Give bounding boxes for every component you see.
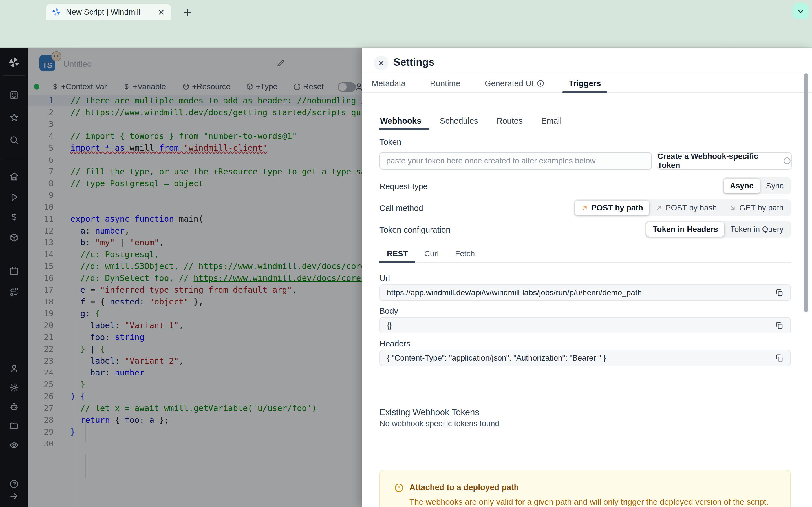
call-method-option-post-by-hash[interactable]: POST by hash <box>649 201 723 215</box>
headers-field[interactable]: { "Content-Type": "application/json", "A… <box>379 350 791 366</box>
code-line-30[interactable]: 30 <box>28 438 362 450</box>
clipboard-icon[interactable] <box>775 321 783 330</box>
cubes-icon <box>9 233 19 243</box>
sidebar-item-workers[interactable] <box>9 402 19 411</box>
tab-generated-ui[interactable]: Generated UI <box>483 74 547 93</box>
call-method-option-post-by-path[interactable]: POST by path <box>575 201 649 215</box>
trigger-tab-schedules[interactable]: Schedules <box>439 113 478 129</box>
add-resource-button[interactable]: +Resource <box>182 79 231 95</box>
request-type-option-async[interactable]: Async <box>724 179 760 193</box>
code-line-7[interactable]: 7// fill the type, or use the +Resource … <box>28 166 362 177</box>
code-line-8[interactable]: 8// type Postgresql = object <box>28 177 362 189</box>
code-line-14[interactable]: 14 //c: Postgresql, <box>28 248 362 260</box>
clipboard-icon[interactable] <box>775 354 783 362</box>
code-line-27[interactable]: 27 // let x = await wmill.getVariable('u… <box>28 402 362 414</box>
token-config-option-token-in-query[interactable]: Token in Query <box>724 222 790 237</box>
sidebar-item-audit-logs[interactable] <box>9 441 19 450</box>
sidebar-item-runs[interactable] <box>9 192 19 202</box>
code-text: //c: Postgresql, <box>70 248 159 260</box>
indent-guide <box>86 454 86 478</box>
add-context-var-label: +Context Var <box>61 82 107 91</box>
star-icon <box>9 113 19 122</box>
code-line-25[interactable]: 25 } <box>28 379 362 390</box>
token-input[interactable] <box>379 152 652 170</box>
add-variable-button[interactable]: +Variable <box>123 79 166 95</box>
tab-search-button[interactable] <box>793 3 809 19</box>
browser-tab[interactable]: New Script | Windmill <box>46 4 171 20</box>
line-number: 1 <box>28 95 54 107</box>
clipboard-icon[interactable] <box>775 288 783 297</box>
request-type-option-sync[interactable]: Sync <box>760 179 790 193</box>
code-line-1[interactable]: 1// there are multiple modes to add as h… <box>28 95 362 107</box>
code-line-24[interactable]: 24 bar: number <box>28 367 362 379</box>
sidebar-item-variables[interactable] <box>9 212 19 222</box>
create-webhook-token-button[interactable]: Create a Webhook-specific Token <box>657 152 792 170</box>
sidebar-item-folders[interactable] <box>9 421 19 431</box>
sidebar-item-favorites[interactable] <box>9 113 19 122</box>
url-field[interactable]: https://app.windmill.dev/api/w/windmill-… <box>379 284 791 301</box>
diff-toggle[interactable] <box>338 82 356 92</box>
code-line-4[interactable]: 4// import { toWords } from "number-to-w… <box>28 130 362 142</box>
tab-triggers[interactable]: Triggers <box>566 74 603 93</box>
tab-runtime[interactable]: Runtime <box>428 74 463 93</box>
code-area[interactable]: 1// there are multiple modes to add as h… <box>28 95 362 507</box>
code-text: // there are multiple modes to add as he… <box>70 95 362 107</box>
close-settings-button[interactable] <box>374 56 389 70</box>
code-line-19[interactable]: 19 g: { <box>28 307 362 320</box>
code-line-17[interactable]: 17 e = "inferred type string from defaul… <box>28 284 362 296</box>
trigger-tab-webhooks[interactable]: Webhooks <box>379 113 422 129</box>
sidebar-item-resources[interactable] <box>9 233 19 243</box>
code-line-23[interactable]: 23 label: "Variant 2", <box>28 355 362 367</box>
code-line-21[interactable]: 21 foo: string <box>28 331 362 343</box>
tab-label: Runtime <box>430 79 460 88</box>
body-field[interactable]: {} <box>379 317 791 334</box>
url-value: https://app.windmill.dev/api/w/windmill-… <box>387 288 775 297</box>
sidebar-item-search[interactable] <box>9 135 19 145</box>
code-line-18[interactable]: 18 f = { nested: "object" }, <box>28 296 362 307</box>
code-line-26[interactable]: 26) { <box>28 390 362 402</box>
edit-name-pencil-icon[interactable] <box>276 59 285 68</box>
code-line-28[interactable]: 28 return { foo: a }; <box>28 414 362 426</box>
code-line-20[interactable]: 20 label: "Variant 1", <box>28 320 362 331</box>
code-line-3[interactable]: 3 <box>28 118 362 130</box>
call-method-option-get-by-path[interactable]: GET by path <box>723 201 790 215</box>
sidebar-item-schedules[interactable] <box>9 266 19 276</box>
add-type-button[interactable]: +Type <box>246 79 277 95</box>
sidebar-item-routes[interactable] <box>9 287 19 297</box>
code-line-6[interactable]: 6 <box>28 154 362 166</box>
code-text: export async function main( <box>70 213 203 225</box>
add-context-var-button[interactable]: +Context Var <box>51 79 107 95</box>
code-line-2[interactable]: 2// https://www.windmill.dev/docs/gettin… <box>28 107 362 118</box>
token-config-option-token-in-headers[interactable]: Token in Headers <box>647 222 724 237</box>
code-line-22[interactable]: 22 } | { <box>28 343 362 355</box>
code-line-5[interactable]: 5import * as wmill from "windmill-client… <box>28 142 362 154</box>
code-line-13[interactable]: 13 b: "my" | "enum", <box>28 237 362 248</box>
line-number: 26 <box>28 390 54 402</box>
sidebar-item-home[interactable] <box>9 172 19 181</box>
code-line-10[interactable]: 10 <box>28 201 362 213</box>
script-name-input[interactable]: Untitled <box>63 59 92 69</box>
code-line-15[interactable]: 15 //d: wmill.S3Object, // https://www.w… <box>28 260 362 272</box>
trigger-tab-email[interactable]: Email <box>541 113 562 129</box>
sidebar-item-users[interactable] <box>9 363 19 373</box>
code-line-9[interactable]: 9 <box>28 189 362 201</box>
trigger-tab-routes[interactable]: Routes <box>496 113 523 129</box>
sidebar-item-workspace[interactable] <box>9 91 19 100</box>
example-tab-fetch[interactable]: Fetch <box>455 245 475 262</box>
sidebar-item-help[interactable] <box>9 479 19 489</box>
code-line-29[interactable]: 29} <box>28 426 362 438</box>
tab-close-icon[interactable] <box>157 8 165 16</box>
code-line-16[interactable]: 16 //d: DynSelect_foo, // https://www.wi… <box>28 272 362 284</box>
sidebar-item-workspace-settings[interactable] <box>9 383 19 392</box>
code-line-11[interactable]: 11export async function main( <box>28 213 362 225</box>
drawer-scrollbar[interactable] <box>804 73 808 312</box>
warning-title: Attached to a deployed path <box>409 483 519 492</box>
code-line-12[interactable]: 12 a: number, <box>28 225 362 237</box>
windmill-logo-icon[interactable] <box>8 56 20 69</box>
example-tab-curl[interactable]: Curl <box>424 245 439 262</box>
tab-metadata[interactable]: Metadata <box>369 74 408 93</box>
example-tab-rest[interactable]: REST <box>387 245 408 262</box>
new-tab-icon[interactable] <box>183 7 193 17</box>
sidebar-item-expand-sidebar[interactable] <box>9 492 19 501</box>
reset-button[interactable]: Reset <box>293 79 324 95</box>
